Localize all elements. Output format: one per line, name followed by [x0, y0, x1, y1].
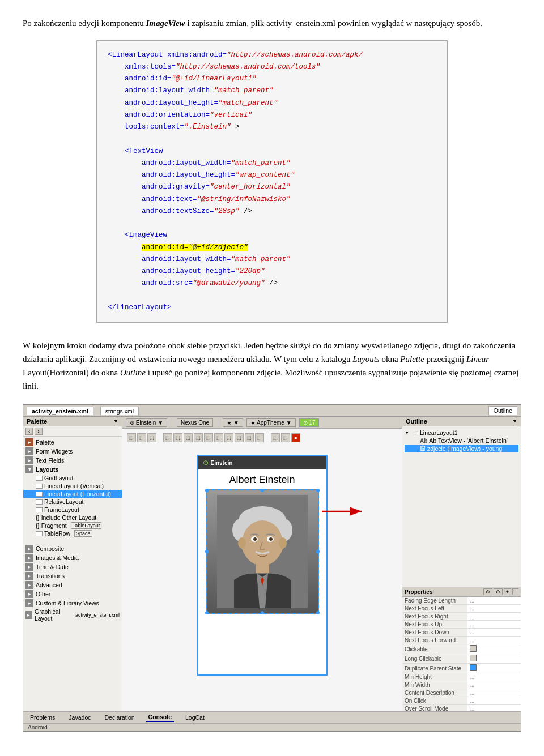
prop-val-minheight[interactable]: ...	[468, 673, 521, 681]
prop-val-focus-up[interactable]: ...	[468, 621, 521, 629]
palette-item-relativelayout[interactable]: RelativeLayout	[23, 498, 122, 506]
prop-expand-btn[interactable]: +	[504, 588, 511, 595]
prop-val-focus-right[interactable]: ...	[468, 613, 521, 621]
nexus-btn[interactable]: Nexus One	[177, 418, 213, 427]
ide-window: activity_enstein.xml strings.xml Outline…	[23, 404, 521, 732]
api-level-btn[interactable]: ⊙ 17	[299, 418, 320, 427]
palette-cat-images[interactable]: ▸ Images & Media	[23, 553, 122, 562]
palette-cat-layouts[interactable]: ▾ Layouts	[23, 465, 122, 474]
section2-text3: przeciągnij	[424, 354, 466, 364]
svg-rect-12	[256, 562, 269, 573]
prop-val-overscroll[interactable]: ...	[468, 705, 521, 712]
editor-tool-1[interactable]: ⬚	[127, 433, 136, 442]
fragment-label: Fragment	[41, 522, 67, 529]
prop-val-focus-down[interactable]: ...	[468, 629, 521, 637]
tree-item-imageview[interactable]: 🖼 zdjecie (ImageView) - young	[405, 445, 518, 452]
svg-point-9	[269, 537, 273, 541]
palette-cat-time-label: Time & Date	[36, 563, 69, 570]
prop-filter-btn[interactable]: ⊙	[494, 588, 503, 595]
palette-item-gridlayout[interactable]: GridLayout	[23, 474, 122, 482]
palette-cat-palette[interactable]: ▸ Palette	[23, 438, 122, 447]
editor-tool-2[interactable]: ⬚	[137, 433, 146, 442]
include-label: Include Other Layout	[41, 514, 96, 521]
prop-val-focus-fwd[interactable]: ...	[468, 637, 521, 644]
outline-tree: ▾ ⬚ LinearLayout1 Ab Ab TextView - 'Albe…	[402, 426, 521, 587]
palette-cat-transitions[interactable]: ▸ Transitions	[23, 571, 122, 580]
bottom-tab-problems[interactable]: Problems	[28, 714, 57, 721]
bottom-tab-console[interactable]: Console	[146, 713, 174, 722]
prop-name-minheight: Min Height	[402, 673, 468, 681]
palette-item-linearlayout-h[interactable]: LinearLayout (Horizontal)	[23, 490, 122, 498]
prop-row-clickable: Clickable	[402, 644, 521, 654]
palette-item-fragment[interactable]: {} Fragment TableLayout	[23, 522, 122, 529]
prop-name-focus-fwd: Next Focus Forward	[402, 637, 468, 644]
custom-folder-icon: ▸	[26, 599, 33, 607]
dupstate-checkbox[interactable]	[470, 664, 477, 671]
editor-tool-6[interactable]: ⬚	[184, 433, 193, 442]
palette-collapse-icon[interactable]: ▼	[113, 418, 118, 424]
prop-val-clickable[interactable]	[468, 644, 521, 654]
palette-fwd-btn[interactable]: ›	[35, 428, 42, 435]
svg-point-10	[238, 537, 246, 549]
tab-strings-xml[interactable]: strings.xml	[100, 407, 139, 415]
theme-btn[interactable]: ★ AppTheme ▼	[246, 418, 296, 427]
code-line-3: android:id="@+id/LinearLayout1"	[108, 73, 436, 85]
editor-tool-14[interactable]: ⬚	[271, 433, 280, 442]
prop-val-dupstate[interactable]	[468, 664, 521, 673]
device-btn[interactable]: ⊙ Einstein ▼	[126, 418, 167, 427]
code-line-1: <LinearLayout xmlns:android="http://sche…	[108, 49, 436, 61]
editor-tool-3[interactable]: ⬚	[147, 433, 156, 442]
editor-tool-4[interactable]: ⬚	[163, 433, 172, 442]
outline-tab-label[interactable]: Outline	[488, 406, 517, 415]
imageview-ref: ImageView	[146, 19, 185, 28]
clickable-checkbox[interactable]	[470, 645, 477, 652]
palette-cat-form[interactable]: ▸ Form Widgets	[23, 447, 122, 456]
palette-cat-graphical[interactable]: ▸ Graphical Layout activity_enstein.xml	[23, 608, 122, 622]
editor-tool-8[interactable]: ⬚	[204, 433, 213, 442]
palette-item-tablerow[interactable]: TableRow Space	[23, 529, 122, 537]
prop-val-fading[interactable]: ...	[468, 597, 521, 605]
bottom-tab-logcat[interactable]: LogCat	[183, 714, 207, 721]
palette-item-include[interactable]: {} Include Other Layout	[23, 514, 122, 522]
editor-tool-15[interactable]: ⬚	[281, 433, 290, 442]
bottom-tab-javadoc[interactable]: Javadoc	[66, 714, 93, 721]
longclick-checkbox[interactable]	[470, 655, 477, 661]
palette-back-btn[interactable]: ‹	[26, 428, 33, 435]
bottom-tab-declaration[interactable]: Declaration	[102, 714, 137, 721]
selection-dot-tl	[205, 489, 209, 492]
api-btn[interactable]: ★ ▼	[223, 418, 243, 427]
selection-dot-bl	[205, 611, 209, 614]
prop-collapse-btn[interactable]: -	[512, 588, 518, 595]
palette-item-linearlayout-v[interactable]: LinearLayout (Vertical)	[23, 482, 122, 490]
palette-cat-text[interactable]: ▸ Text Fields	[23, 456, 122, 465]
prop-val-minwidth[interactable]: ...	[468, 681, 521, 689]
editor-tool-stop[interactable]: ■	[291, 433, 300, 442]
editor-tool-5[interactable]: ⬚	[173, 433, 182, 442]
editor-tool-9[interactable]: ⬚	[214, 433, 223, 442]
prop-val-onclick[interactable]: ...	[468, 697, 521, 705]
prop-sort-btn[interactable]: ⊙	[483, 588, 492, 595]
prop-name-overscroll: Over Scroll Mode	[402, 705, 468, 712]
prop-val-focus-left[interactable]: ...	[468, 605, 521, 613]
editor-tool-11[interactable]: ⬚	[235, 433, 244, 442]
editor-tool-7[interactable]: ⬚	[194, 433, 203, 442]
palette-cat-other[interactable]: ▸ Other	[23, 590, 122, 599]
tree-item-linearlayout[interactable]: ▾ ⬚ LinearLayout1	[405, 429, 518, 437]
palette-cat-advanced[interactable]: ▸ Advanced	[23, 580, 122, 590]
editor-tool-13[interactable]: ⬚	[255, 433, 264, 442]
palette-cat-composite[interactable]: ▸ Composite	[23, 544, 122, 553]
properties-toolbar-btns: ⊙ ⊙ + -	[483, 588, 518, 595]
editor-tool-12[interactable]: ⬚	[245, 433, 254, 442]
outline-collapse-icon[interactable]: ▼	[512, 418, 517, 424]
prop-val-contentdesc[interactable]: ...	[468, 689, 521, 697]
tab-activity-xml[interactable]: activity_enstein.xml	[27, 407, 94, 415]
palette-cat-custom[interactable]: ▸ Custom & Library Views	[23, 599, 122, 608]
palette-cat-time[interactable]: ▸ Time & Date	[23, 562, 122, 571]
tree-item-textview[interactable]: Ab Ab TextView - 'Albert Einstein'	[405, 437, 518, 445]
prop-val-longclick[interactable]	[468, 654, 521, 664]
gridlayout-label: GridLayout	[44, 475, 73, 481]
palette-item-framelayout[interactable]: FrameLayout	[23, 506, 122, 514]
section2-text4: Layout(Horizontal) do okna	[23, 368, 120, 377]
code-line-iv1: android:id="@+id/zdjecie"	[108, 242, 436, 254]
editor-tool-10[interactable]: ⬚	[224, 433, 233, 442]
